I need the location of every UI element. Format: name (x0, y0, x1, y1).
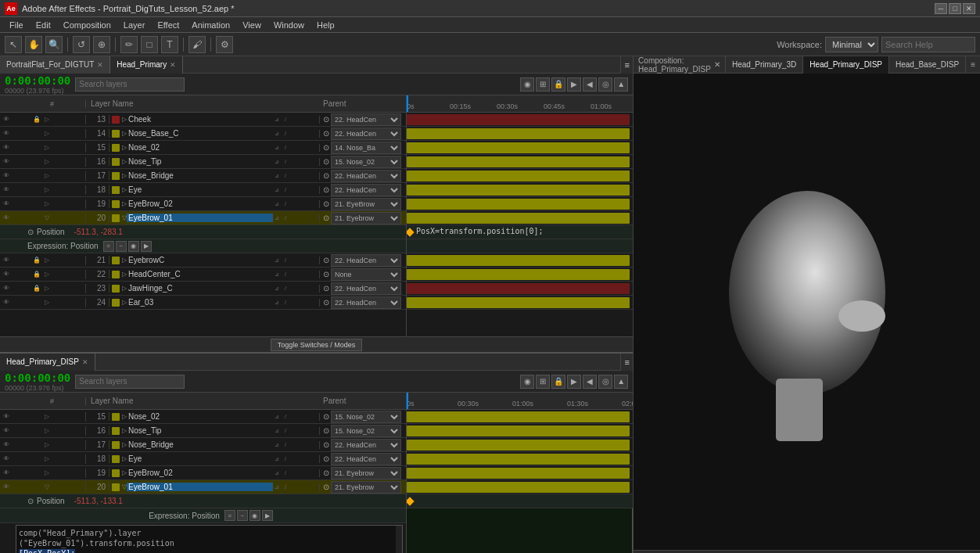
parent-select[interactable]: None (331, 268, 401, 281)
tab-head-primary-3d[interactable]: Head_Primary_3D (726, 56, 803, 74)
lock-icon[interactable] (32, 143, 41, 153)
switch-icon[interactable]: ⊿ (273, 441, 281, 449)
eye-icon[interactable]: 👁 (2, 440, 11, 450)
audio-icon[interactable] (12, 185, 21, 195)
eye-icon[interactable]: 👁 (2, 469, 11, 478)
tab-head-primary[interactable]: Head_Primary ✕ (110, 56, 183, 74)
parent-select[interactable]: 22. HeadCen (331, 453, 401, 465)
expr-expand-button[interactable]: ▶ (262, 510, 273, 521)
switch-icon[interactable]: / (282, 285, 289, 293)
position-value[interactable]: -511.3, -283.1 (68, 228, 123, 236)
collapse-icon[interactable]: ▷ (42, 298, 52, 307)
switch-icon[interactable]: / (282, 271, 289, 278)
switch-icon[interactable]: / (282, 413, 289, 421)
collapse-icon[interactable]: ▷ (42, 440, 52, 450)
solo-icon[interactable] (22, 440, 31, 450)
menu-layer[interactable]: Layer (117, 19, 152, 31)
collapse-icon[interactable]: ▷ (42, 185, 52, 195)
lock-icon[interactable]: 🔒 (32, 115, 41, 124)
parent-select[interactable]: 15. Nose_02 (331, 425, 401, 437)
layer-row[interactable]: 👁 ▷ 15 ▷ Nose_02 ⊿ (0, 141, 406, 155)
minimize-button[interactable]: ─ (935, 3, 947, 14)
switch-icon[interactable]: ⊿ (273, 271, 281, 278)
expr-graph-button[interactable]: ~ (237, 510, 248, 521)
switch-icon[interactable]: ⊿ (273, 130, 281, 138)
solo-icon[interactable] (22, 129, 31, 138)
solo-button[interactable]: ◉ (520, 77, 534, 92)
switch-icon[interactable]: ⊿ (273, 483, 281, 491)
switch-icon[interactable]: ⊿ (273, 200, 281, 208)
layer-row[interactable]: 👁 🔒 ▷ 22 ▷ HeadCenter_C ⊿ (0, 268, 406, 282)
lock-icon[interactable] (32, 454, 41, 464)
lock-icon[interactable]: 🔒 (32, 284, 41, 293)
layer-row[interactable]: 👁 ▷ 16 ▷ Nose_Tip ⊿ (0, 424, 406, 438)
eye-icon[interactable]: 👁 (2, 298, 11, 307)
audio-icon[interactable] (12, 270, 21, 279)
lock-button[interactable]: 🔒 (551, 77, 565, 92)
parent-select[interactable]: 14. Nose_Ba (331, 142, 401, 154)
eye-icon[interactable]: 👁 (2, 115, 11, 124)
menu-edit[interactable]: Edit (30, 19, 57, 31)
collapse-icon[interactable]: ▷ (42, 284, 52, 293)
parent-select[interactable]: 22. HeadCen (331, 296, 401, 309)
parent-select[interactable]: 22. HeadCen (331, 170, 401, 182)
lock-icon[interactable] (32, 412, 41, 422)
layer-row[interactable]: 👁 ▷ 16 ▷ Nose_Tip ⊿ (0, 155, 406, 169)
switch-icon[interactable]: ⊿ (273, 172, 281, 180)
layer-row-selected[interactable]: 👁 ▽ 20 ▽ EyeBrow_01 ⊿ (0, 480, 406, 494)
eye-icon[interactable]: 👁 (2, 214, 11, 223)
collapse-icon[interactable]: ▷ (42, 412, 52, 422)
tab-head-primary-disp[interactable]: Head_Primary_DISP (803, 56, 889, 74)
expression-editor[interactable]: comp("Head_Primary").layer ("EyeBrow_01"… (16, 525, 403, 553)
eye-icon[interactable]: 👁 (2, 284, 11, 293)
lock-icon[interactable] (32, 199, 41, 209)
switch-icon[interactable]: / (282, 441, 289, 449)
expand-button[interactable]: ◀ (583, 77, 597, 92)
menu-effect[interactable]: Effect (151, 19, 185, 31)
audio-icon[interactable] (12, 143, 21, 153)
motion-blur-button[interactable]: ◎ (598, 77, 612, 92)
stopwatch-icon[interactable]: ⊙ (27, 228, 34, 236)
close-icon[interactable]: ✕ (97, 61, 103, 69)
audio-icon[interactable] (12, 115, 21, 124)
audio-icon[interactable] (12, 129, 21, 138)
toggle-switches-modes-button[interactable]: Toggle Switches / Modes (271, 339, 363, 351)
layer-row[interactable]: 👁 ▷ 17 ▷ Nose_Bridge ⊿ (0, 169, 406, 183)
switch-icon[interactable]: / (282, 130, 289, 138)
solo-icon[interactable] (22, 483, 31, 492)
frame-button[interactable]: ⊞ (536, 77, 550, 92)
draft-button[interactable]: ▲ (614, 77, 628, 92)
position-value[interactable]: -511.3, -133.1 (68, 497, 123, 505)
solo-icon[interactable] (22, 157, 31, 167)
layer-row-selected[interactable]: 👁 ▽ 20 ▽ EyeBrow_01 ⊿ (0, 211, 406, 225)
close-icon[interactable]: ✕ (170, 61, 176, 69)
collapse-icon[interactable]: ▷ (42, 256, 52, 265)
parent-select[interactable]: 21. Eyebrow (331, 212, 401, 224)
expr-pick-button[interactable]: ◉ (249, 510, 260, 521)
expr-graph-button[interactable]: ~ (116, 241, 127, 252)
switch-icon[interactable]: ⊿ (273, 158, 281, 166)
parent-select[interactable]: 22. HeadCen (331, 184, 401, 196)
tab-head-primary-disp[interactable]: Head_Primary_DISP ✕ (0, 354, 95, 371)
tool-rotate[interactable]: ↺ (73, 36, 90, 53)
collapse-icon[interactable]: ▷ (42, 426, 52, 436)
switch-icon[interactable]: / (282, 455, 289, 463)
layer-row[interactable]: 👁 ▷ 24 ▷ Ear_03 ⊿ (0, 296, 406, 310)
layer-row[interactable]: 👁 ▷ 18 ▷ Eye ⊿ (0, 452, 406, 466)
frame-button[interactable]: ⊞ (536, 375, 550, 389)
eye-icon[interactable]: 👁 (2, 426, 11, 436)
eye-icon[interactable]: 👁 (2, 256, 11, 265)
solo-icon[interactable] (22, 284, 31, 293)
switch-icon[interactable]: ⊿ (273, 144, 281, 152)
switch-icon[interactable]: / (282, 257, 289, 264)
menu-composition[interactable]: Composition (57, 19, 117, 31)
switch-icon[interactable]: / (282, 116, 289, 124)
solo-icon[interactable] (22, 412, 31, 422)
tool-zoom[interactable]: 🔍 (45, 36, 63, 53)
parent-select[interactable]: 15. Nose_02 (331, 411, 401, 423)
tool-puppet[interactable]: ⚙ (216, 36, 233, 53)
time-display[interactable]: 0:00:00:00 (5, 372, 70, 384)
tab-head-base-disp[interactable]: Head_Base_DISP (889, 56, 966, 74)
collapse-icon[interactable]: ▷ (42, 115, 52, 124)
motion-blur-button[interactable]: ◎ (598, 375, 612, 389)
